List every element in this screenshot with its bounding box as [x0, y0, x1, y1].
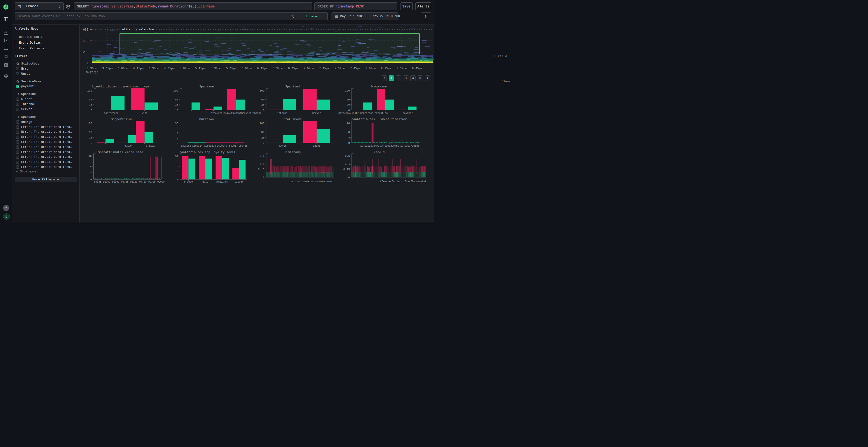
svg-text:7:00pm: 7:00pm [304, 67, 314, 70]
svg-text:SpanAttributes.app.loyalty.lev: SpanAttributes.app.loyalty.level [178, 151, 235, 154]
svg-text:50: 50 [346, 98, 350, 101]
svg-text:4:00pm: 4:00pm [118, 67, 128, 70]
svg-text:6:00pm: 6:00pm [242, 67, 252, 70]
svg-text:3:45pm: 3:45pm [102, 67, 113, 70]
svg-text:0: 0 [91, 109, 92, 112]
svg-text:25: 25 [261, 103, 265, 106]
svg-text:89835: 89835 [94, 181, 101, 183]
svg-text:Internal: Internal [277, 112, 289, 115]
svg-text:50: 50 [89, 98, 92, 101]
svg-text:16: 16 [89, 154, 92, 158]
svg-text:0: 0 [263, 141, 265, 144]
svg-text:100: 100 [345, 89, 350, 92]
svg-text:1698314: 1698314 [192, 145, 202, 147]
svg-text:1748393738536: 1748393738536 [400, 145, 419, 147]
svg-text:400: 400 [83, 39, 88, 43]
svg-text:ScopeVersion: ScopeVersion [111, 118, 133, 121]
svg-text:0: 0 [177, 109, 179, 112]
svg-text:543017: 543017 [229, 145, 238, 147]
svg-text:25: 25 [346, 103, 350, 106]
svg-text:25: 25 [261, 136, 265, 139]
svg-text:36: 36 [175, 122, 179, 125]
svg-text:1333363: 1333363 [181, 145, 191, 147]
svg-text:SpanAttributes...yment.card_ty: SpanAttributes...yment.card_type [92, 85, 150, 89]
svg-text:3:30pm: 3:30pm [87, 67, 97, 70]
svg-text:0: 0 [90, 178, 92, 181]
svg-text:94365: 94365 [121, 181, 128, 183]
svg-text:0.51.1: 0.51.1 [146, 145, 155, 147]
svg-text:8:00pm: 8:00pm [366, 67, 376, 70]
svg-text:0: 0 [348, 176, 350, 179]
svg-text:19961834: 19961834 [204, 145, 216, 147]
svg-text:Server: Server [312, 112, 321, 115]
svg-text:7:30pm: 7:30pm [334, 67, 345, 70]
svg-text:9: 9 [177, 138, 179, 141]
svg-text:0.6: 0.6 [345, 154, 350, 158]
svg-text:92953: 92953 [112, 181, 119, 183]
svg-text:50: 50 [261, 98, 265, 101]
svg-text:6:30pm: 6:30pm [273, 67, 283, 70]
svg-text:ff860334facdb23d3f430ff5b5050f: ff860334facdb23d3f430ff5b5050f4f [380, 180, 426, 183]
svg-text:4:15pm: 4:15pm [133, 67, 144, 70]
svg-text:SpanAttributes.cache.size: SpanAttributes.cache.size [98, 151, 143, 154]
svg-text:8:30pm: 8:30pm [396, 67, 407, 70]
svg-text:bronze: bronze [184, 181, 193, 183]
svg-text:0: 0 [348, 141, 350, 144]
svg-text:payment: payment [403, 112, 413, 115]
svg-text:5:15pm: 5:15pm [195, 67, 206, 70]
svg-text:100: 100 [173, 89, 179, 92]
svg-text:25: 25 [89, 103, 92, 106]
svg-text:32: 32 [175, 154, 179, 158]
svg-text:6:45pm: 6:45pm [288, 67, 299, 70]
svg-text:grpc.oteldemo.PaymentService/C: grpc.oteldemo.PaymentService/Charge [211, 112, 261, 115]
svg-text:0: 0 [348, 109, 350, 112]
svg-text:100: 100 [259, 89, 265, 92]
svg-text:50: 50 [261, 131, 265, 134]
svg-text:4: 4 [90, 171, 92, 174]
svg-text:7:45pm: 7:45pm [350, 67, 360, 70]
svg-text:0: 0 [87, 62, 88, 65]
svg-text:mastercard: mastercard [104, 112, 118, 115]
svg-text:Error: Error [279, 145, 286, 147]
svg-text:SpanKind: SpanKind [285, 85, 300, 89]
svg-text:16: 16 [175, 165, 179, 168]
svg-text:18: 18 [175, 132, 179, 135]
svg-text:200: 200 [83, 50, 88, 54]
svg-text:8:45pm: 8:45pm [412, 67, 422, 70]
svg-text:50: 50 [89, 131, 92, 134]
svg-text:5:00pm: 5:00pm [180, 67, 190, 70]
svg-text:4: 4 [348, 136, 350, 139]
svg-text:5:30pm: 5:30pm [211, 67, 221, 70]
svg-text:97730: 97730 [139, 181, 146, 183]
svg-text:8: 8 [90, 165, 92, 168]
svg-text:4:45pm: 4:45pm [164, 67, 175, 70]
svg-text:0.3: 0.3 [259, 163, 265, 166]
svg-text:ScopeName: ScopeName [370, 85, 387, 89]
svg-text:7:15pm: 7:15pm [319, 67, 329, 70]
svg-text:TraceId: TraceId [372, 151, 385, 154]
svg-text:8:15pm: 8:15pm [381, 67, 391, 70]
svg-text:0: 0 [177, 178, 179, 181]
svg-text:SpanAttributes...yment.timesta: SpanAttributes...yment.timestamp [350, 118, 407, 121]
svg-text:96139: 96139 [130, 181, 137, 183]
svg-text:4:30pm: 4:30pm [149, 67, 159, 70]
svg-text:8: 8 [177, 171, 179, 174]
svg-text:Timestamp: Timestamp [284, 151, 301, 154]
svg-text:0: 0 [263, 176, 265, 179]
svg-text:StatusCode: StatusCode [283, 118, 301, 121]
svg-text:0.15: 0.15 [343, 168, 350, 171]
svg-text:0.6: 0.6 [259, 154, 265, 158]
svg-text:silver: silver [235, 181, 243, 183]
svg-text:50: 50 [175, 98, 179, 101]
svg-text:0.3: 0.3 [345, 163, 350, 166]
svg-text:99900: 99900 [157, 181, 164, 183]
svg-text:100: 100 [259, 122, 265, 125]
svg-text:25: 25 [175, 103, 179, 106]
svg-text:0.1.0: 0.1.0 [124, 145, 132, 147]
svg-text:16: 16 [346, 122, 350, 125]
svg-text:0: 0 [91, 141, 92, 144]
svg-text:gold: gold [202, 181, 208, 183]
svg-text:25: 25 [89, 136, 92, 139]
svg-text:6:15pm: 6:15pm [257, 67, 268, 70]
svg-text:platinum: platinum [216, 181, 228, 183]
